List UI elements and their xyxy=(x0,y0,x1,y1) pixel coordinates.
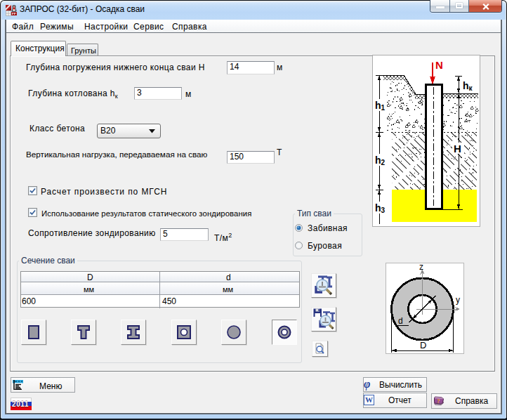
svg-text:y: y xyxy=(456,295,460,305)
svg-text:N: N xyxy=(435,59,443,71)
svg-text:D: D xyxy=(420,340,426,350)
svg-text:H: H xyxy=(454,143,461,155)
svg-text:hк: hк xyxy=(463,80,473,92)
svg-text:?: ? xyxy=(437,398,440,405)
svg-text:d: d xyxy=(398,316,403,326)
svg-text:z: z xyxy=(419,263,423,272)
